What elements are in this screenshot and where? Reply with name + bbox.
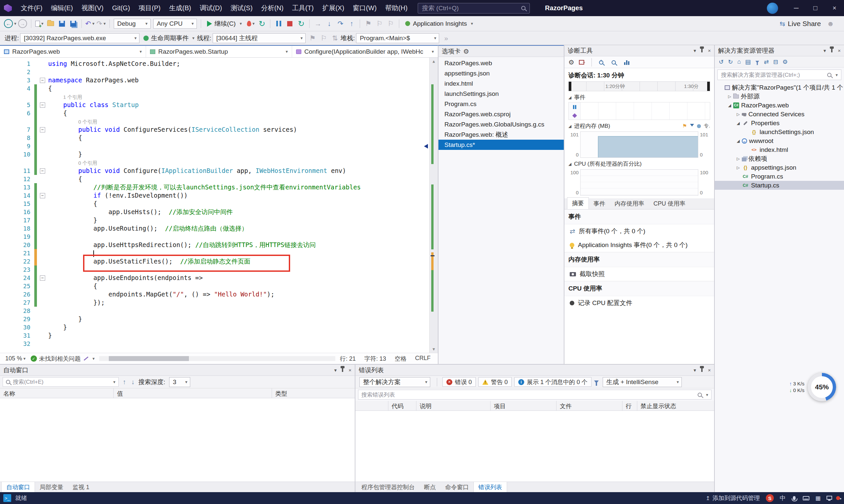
- search-depth-dropdown[interactable]: 3▾: [169, 377, 190, 387]
- autos-grid-body[interactable]: [0, 398, 355, 482]
- breadcrumb-member-dropdown[interactable]: Configure(IApplicationBuilder app, IWebH…: [292, 46, 438, 57]
- collapse-icon[interactable]: ◢: [735, 121, 742, 126]
- app-insights-events-link[interactable]: Application Insights 事件(0 个，共 0 个): [565, 238, 714, 252]
- monitor-icon[interactable]: [827, 496, 832, 500]
- panel-tab[interactable]: 程序包管理器控制台: [357, 482, 419, 492]
- diag-tab[interactable]: 内存使用率: [610, 198, 649, 209]
- solution-search-input[interactable]: 搜索解决方案资源管理器(Ctrl+;) ▾: [718, 70, 841, 80]
- messages-filter-button[interactable]: 展示 1 个消息中的 0 个: [514, 377, 591, 387]
- keyboard-icon[interactable]: [803, 496, 809, 500]
- step-into-button[interactable]: ↓: [324, 18, 334, 29]
- tree-item[interactable]: ▷依赖项: [715, 154, 844, 163]
- fold-toggle-icon[interactable]: −: [40, 127, 45, 132]
- fold-margin[interactable]: −: [37, 101, 48, 109]
- account-avatar[interactable]: [767, 3, 778, 14]
- bookmark-button[interactable]: ⚑: [363, 18, 373, 29]
- next-bookmark-button[interactable]: ⚐: [386, 18, 396, 29]
- column-header[interactable]: 名称: [0, 389, 114, 398]
- expand-icon[interactable]: ▷: [735, 112, 742, 116]
- menu-item[interactable]: 帮助(H): [381, 0, 412, 16]
- back-icon[interactable]: ↺: [719, 58, 724, 66]
- feedback-icon[interactable]: ☻: [826, 18, 836, 29]
- fold-margin[interactable]: −: [37, 167, 48, 175]
- column-header[interactable]: 项目: [490, 401, 556, 411]
- autos-search-input[interactable]: 搜索(Ctrl+E) ▾: [3, 377, 119, 387]
- fold-toggle-icon[interactable]: −: [40, 275, 45, 281]
- eol-indicator[interactable]: CRLF: [415, 355, 431, 363]
- toolbar-overflow-icon[interactable]: »: [441, 33, 451, 44]
- stop-debugging-button[interactable]: [285, 18, 295, 29]
- pin-icon[interactable]: [700, 49, 704, 52]
- tree-item[interactable]: ◢Properties: [715, 119, 844, 127]
- fold-toggle-icon[interactable]: −: [40, 168, 45, 174]
- navigate-back-button[interactable]: ←▾: [4, 18, 16, 29]
- pin-icon[interactable]: [830, 49, 834, 52]
- collapse-icon[interactable]: ◢: [726, 103, 733, 108]
- maximize-button[interactable]: □: [806, 0, 825, 16]
- vertical-tab[interactable]: RazorPages.web: [438, 58, 564, 68]
- breadcrumb-project-dropdown[interactable]: RazorPages.web▾: [0, 46, 146, 57]
- collapse-all-icon[interactable]: ⊟: [773, 58, 778, 66]
- panel-tab[interactable]: 命令窗口: [441, 482, 473, 492]
- vertical-tab[interactable]: Startup.cs*: [438, 140, 564, 150]
- diag-tab[interactable]: 事件: [589, 198, 610, 209]
- properties-icon[interactable]: ⚙: [782, 58, 788, 66]
- pending-changes-filter-icon[interactable]: [755, 60, 759, 65]
- close-icon[interactable]: ×: [348, 367, 351, 373]
- tree-item[interactable]: launchSettings.json: [715, 127, 844, 137]
- menu-item[interactable]: 分析(N): [257, 0, 288, 16]
- redo-button[interactable]: ↷▾: [96, 18, 106, 29]
- fold-margin[interactable]: −: [37, 126, 48, 134]
- source-control-logo-icon[interactable]: [766, 494, 774, 502]
- tree-item[interactable]: ◢wwwroot: [715, 137, 844, 145]
- diag-tab[interactable]: 摘要: [567, 197, 589, 209]
- vertical-tab[interactable]: appsettings.json: [438, 68, 564, 78]
- undo-button[interactable]: ↶▾: [85, 18, 95, 29]
- minimize-button[interactable]: ─: [787, 0, 806, 16]
- menu-item[interactable]: 工具(T): [288, 0, 318, 16]
- solution-configuration-dropdown[interactable]: Debug▾: [114, 19, 151, 29]
- column-header[interactable]: 类型: [272, 389, 355, 398]
- severity-column-header[interactable]: [356, 401, 389, 411]
- show-flagged-only-icon[interactable]: ⚐: [319, 33, 329, 44]
- fold-margin[interactable]: −: [37, 274, 48, 282]
- menu-item[interactable]: 扩展(X): [318, 0, 348, 16]
- navigate-forward-button[interactable]: →: [18, 18, 28, 29]
- pin-icon[interactable]: [341, 368, 345, 372]
- error-source-dropdown[interactable]: 生成 + IntelliSense▾: [603, 377, 682, 387]
- zoom-in-icon[interactable]: +: [599, 59, 607, 66]
- vertical-tab[interactable]: Program.cs: [438, 99, 564, 109]
- fold-toggle-icon[interactable]: −: [40, 78, 45, 83]
- menu-item[interactable]: 调试(D): [195, 0, 226, 16]
- pin-icon[interactable]: [700, 368, 704, 372]
- process-dropdown[interactable]: [30392] RazorPages.web.exe▾: [20, 33, 139, 43]
- panel-tab[interactable]: 断点: [419, 482, 441, 492]
- editor-horizontal-scrollbar[interactable]: [99, 356, 335, 361]
- take-snapshot-link[interactable]: 截取快照: [565, 267, 714, 281]
- hot-reload-button[interactable]: ▾: [246, 18, 256, 29]
- zoom-dropdown[interactable]: 105 %▾: [3, 355, 28, 362]
- menu-item[interactable]: 编辑(E): [47, 0, 77, 16]
- column-header[interactable]: 行: [622, 401, 637, 411]
- code-area[interactable]: 1using Microsoft.AspNetCore.Builder;23−n…: [0, 58, 438, 353]
- warnings-filter-button[interactable]: 警告 0: [478, 377, 512, 387]
- diag-tab[interactable]: CPU 使用率: [649, 198, 690, 209]
- new-file-button[interactable]: ▾: [35, 18, 45, 29]
- switch-views-icon[interactable]: ▤: [745, 58, 751, 66]
- forward-icon[interactable]: ↻: [728, 58, 733, 66]
- vertical-tab[interactable]: index.html: [438, 78, 564, 89]
- column-header[interactable]: 文件: [556, 401, 622, 411]
- panel-menu-icon[interactable]: ▾: [824, 48, 826, 54]
- application-insights-dropdown[interactable]: Application Insights▾: [402, 18, 476, 29]
- code-cleanup-icon[interactable]: [83, 356, 88, 361]
- tree-item[interactable]: Program.cs: [715, 172, 844, 181]
- grid-icon[interactable]: ▦: [815, 495, 821, 502]
- show-next-statement-button[interactable]: →: [313, 18, 323, 29]
- close-icon[interactable]: ×: [708, 367, 711, 373]
- collapse-icon[interactable]: ◢: [568, 124, 571, 128]
- fold-toggle-icon[interactable]: −: [40, 193, 45, 198]
- tree-item[interactable]: 解决方案"RazorPages"(1 个项目/共 1 个: [715, 83, 844, 92]
- settings-gear-icon[interactable]: ⚙: [568, 58, 574, 66]
- solution-platform-dropdown[interactable]: Any CPU▾: [153, 19, 197, 29]
- expand-icon[interactable]: ▷: [735, 157, 742, 161]
